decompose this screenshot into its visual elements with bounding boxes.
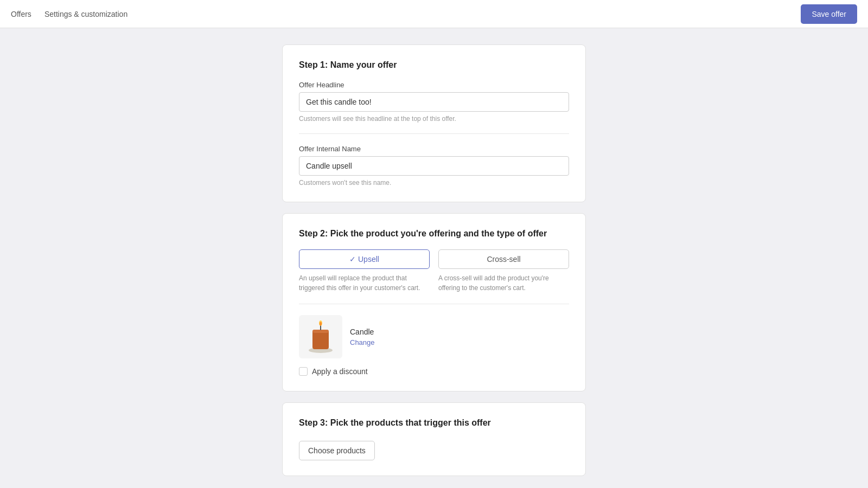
crosssell-label: Cross-sell: [487, 255, 520, 264]
product-info: Candle Change: [350, 328, 375, 346]
offer-headline-section: Offer Headline Customers will see this h…: [299, 81, 569, 123]
nav-offers[interactable]: Offers: [11, 10, 31, 18]
apply-discount-row: Apply a discount: [299, 367, 569, 376]
offer-headline-input[interactable]: [299, 92, 569, 112]
product-image: [299, 315, 342, 358]
step3-card: Step 3: Pick the products that trigger t…: [282, 402, 586, 476]
upsell-col: ✓ Upsell An upsell will replace the prod…: [299, 249, 430, 293]
step1-card: Step 1: Name your offer Offer Headline C…: [282, 44, 586, 202]
candle-icon: [302, 318, 340, 356]
step1-title: Step 1: Name your offer: [299, 60, 569, 70]
divider2: [299, 304, 569, 304]
nav-links: Offers Settings & customization: [11, 10, 127, 18]
offer-type-row: ✓ Upsell An upsell will replace the prod…: [299, 249, 569, 293]
step2-title: Step 2: Pick the product you're offering…: [299, 229, 569, 239]
offer-headline-hint: Customers will see this headline at the …: [299, 115, 569, 123]
crosssell-desc: A cross-sell will add the product you're…: [438, 273, 569, 293]
apply-discount-checkbox[interactable]: [299, 367, 308, 376]
offer-headline-label: Offer Headline: [299, 81, 569, 89]
offer-internal-name-label: Offer Internal Name: [299, 145, 569, 153]
step3-title: Step 3: Pick the products that trigger t…: [299, 418, 569, 428]
divider: [299, 133, 569, 134]
upsell-desc: An upsell will replace the product that …: [299, 273, 430, 293]
product-name: Candle: [350, 328, 375, 336]
offer-internal-name-input[interactable]: [299, 156, 569, 176]
top-navigation: Offers Settings & customization Save off…: [0, 0, 868, 28]
apply-discount-label: Apply a discount: [312, 367, 368, 376]
upsell-button[interactable]: ✓ Upsell: [299, 249, 430, 269]
save-offer-button[interactable]: Save offer: [801, 4, 857, 24]
crosssell-button[interactable]: Cross-sell: [438, 249, 569, 269]
choose-products-button[interactable]: Choose products: [299, 441, 375, 460]
step2-card: Step 2: Pick the product you're offering…: [282, 213, 586, 391]
check-icon: ✓: [349, 255, 356, 264]
svg-point-5: [320, 322, 322, 326]
product-change-link[interactable]: Change: [350, 338, 375, 346]
offer-internal-name-section: Offer Internal Name Customers won't see …: [299, 145, 569, 187]
nav-settings[interactable]: Settings & customization: [44, 10, 127, 18]
upsell-label: Upsell: [358, 255, 379, 264]
main-content: Step 1: Name your offer Offer Headline C…: [282, 44, 586, 476]
crosssell-col: Cross-sell A cross-sell will add the pro…: [438, 249, 569, 293]
product-row: Candle Change: [299, 315, 569, 358]
offer-internal-name-hint: Customers won't see this name.: [299, 179, 569, 187]
